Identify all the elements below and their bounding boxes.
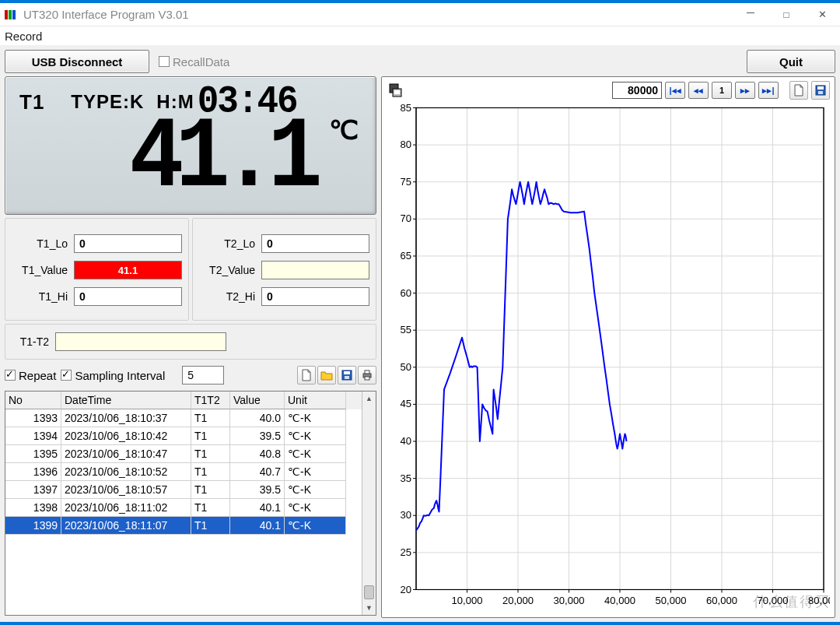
cell-unit: ℃-K bbox=[285, 499, 346, 517]
svg-text:50,000: 50,000 bbox=[656, 595, 687, 606]
chart-device-icon[interactable] bbox=[387, 81, 405, 100]
menu-record[interactable]: Record bbox=[5, 30, 42, 43]
svg-text:30: 30 bbox=[401, 509, 411, 521]
table-row[interactable]: 13972023/10/06_18:10:57T139.5℃-K bbox=[5, 481, 362, 499]
cell-val: 40.8 bbox=[230, 445, 285, 463]
cell-unit: ℃-K bbox=[285, 409, 346, 427]
window-title: UT320 Interface Program V3.01 bbox=[23, 8, 733, 21]
cell-dt: 2023/10/06_18:10:42 bbox=[61, 427, 191, 445]
lcd-unit: ℃ bbox=[329, 114, 359, 146]
data-table[interactable]: No DateTime T1T2 Value Unit 13932023/10/… bbox=[5, 391, 376, 616]
repeat-label: Repeat bbox=[19, 369, 56, 382]
cell-val: 40.0 bbox=[230, 409, 285, 427]
cell-unit: ℃-K bbox=[285, 427, 346, 445]
chart-range-input[interactable] bbox=[612, 82, 662, 99]
th-value[interactable]: Value bbox=[230, 392, 285, 409]
cell-no: 1395 bbox=[5, 445, 61, 463]
cell-val: 40.7 bbox=[230, 463, 285, 481]
lcd-display: T1 TYPE:K H:M 03:46 41.1 ℃ bbox=[5, 76, 376, 215]
window-close-button[interactable] bbox=[804, 3, 840, 26]
chart-next-button[interactable]: ▸▸ bbox=[735, 82, 755, 99]
cell-ch: T1 bbox=[191, 409, 230, 427]
cell-val: 39.5 bbox=[230, 481, 285, 499]
cell-ch: T1 bbox=[191, 445, 230, 463]
table-row[interactable]: 13952023/10/06_18:10:47T140.8℃-K bbox=[5, 445, 362, 463]
table-row[interactable]: 13992023/10/06_18:11:07T140.1℃-K bbox=[5, 517, 362, 535]
cell-ch: T1 bbox=[191, 463, 230, 481]
table-row[interactable]: 13982023/10/06_18:11:02T140.1℃-K bbox=[5, 499, 362, 517]
svg-text:75: 75 bbox=[401, 176, 411, 188]
quit-button[interactable]: Quit bbox=[747, 50, 835, 73]
chart-page-indicator: 1 bbox=[712, 82, 732, 99]
chart-save-icon[interactable] bbox=[811, 81, 830, 100]
label-t1t2: T1-T2 bbox=[12, 335, 49, 348]
input-t2-lo[interactable]: 0 bbox=[261, 234, 369, 253]
chart-area[interactable]: 202530354045505560657075808510,00020,000… bbox=[387, 104, 830, 613]
cell-val: 40.1 bbox=[230, 499, 285, 517]
svg-rect-11 bbox=[394, 90, 400, 94]
table-scrollbar[interactable] bbox=[362, 392, 376, 615]
th-no[interactable]: No bbox=[5, 392, 61, 409]
th-datetime[interactable]: DateTime bbox=[61, 392, 191, 409]
chart-toolbar: |◂◂ ◂◂ 1 ▸▸ ▸▸| bbox=[383, 79, 833, 102]
window-maximize-button[interactable] bbox=[768, 3, 804, 26]
svg-rect-8 bbox=[365, 377, 369, 380]
svg-text:80: 80 bbox=[401, 139, 411, 150]
table-row[interactable]: 13942023/10/06_18:10:42T139.5℃-K bbox=[5, 427, 362, 445]
svg-text:70,000: 70,000 bbox=[758, 595, 789, 606]
input-t1-hi[interactable]: 0 bbox=[74, 287, 182, 306]
save-icon[interactable] bbox=[338, 366, 356, 384]
label-t1-lo: T1_Lo bbox=[12, 237, 68, 250]
table-row[interactable]: 13932023/10/06_18:10:37T140.0℃-K bbox=[5, 409, 362, 427]
checkbox-icon bbox=[61, 370, 72, 381]
checkbox-icon bbox=[159, 56, 170, 67]
cell-val: 39.5 bbox=[230, 427, 285, 445]
label-t2-lo: T2_Lo bbox=[199, 237, 255, 250]
th-unit[interactable]: Unit bbox=[285, 392, 346, 409]
cell-ch: T1 bbox=[191, 517, 230, 535]
input-t1t2 bbox=[55, 332, 226, 351]
svg-text:25: 25 bbox=[401, 546, 411, 558]
recall-data-checkbox[interactable]: RecallData bbox=[159, 55, 229, 68]
usb-disconnect-button[interactable]: USB Disconnect bbox=[5, 50, 149, 73]
scrollbar-thumb[interactable] bbox=[364, 585, 374, 599]
open-file-icon[interactable] bbox=[317, 366, 336, 384]
cell-unit: ℃-K bbox=[285, 463, 346, 481]
cell-unit: ℃-K bbox=[285, 445, 346, 463]
svg-text:80,000: 80,000 bbox=[808, 595, 830, 606]
chart-last-button[interactable]: ▸▸| bbox=[758, 82, 779, 99]
print-icon[interactable] bbox=[358, 366, 376, 384]
svg-rect-0 bbox=[5, 10, 8, 19]
svg-text:30,000: 30,000 bbox=[554, 595, 585, 606]
cell-unit: ℃-K bbox=[285, 517, 346, 535]
svg-text:40: 40 bbox=[401, 435, 411, 447]
label-t2-hi: T2_Hi bbox=[199, 290, 255, 303]
cell-no: 1399 bbox=[5, 517, 61, 535]
repeat-checkbox[interactable]: Repeat bbox=[5, 369, 56, 382]
svg-text:65: 65 bbox=[401, 250, 411, 262]
sampling-interval-checkbox[interactable]: Sampling Interval bbox=[61, 369, 165, 382]
table-row[interactable]: 13962023/10/06_18:10:52T140.7℃-K bbox=[5, 463, 362, 481]
svg-text:20: 20 bbox=[401, 584, 411, 595]
cell-no: 1398 bbox=[5, 499, 61, 517]
chart-first-button[interactable]: |◂◂ bbox=[665, 82, 685, 99]
svg-text:20,000: 20,000 bbox=[502, 595, 534, 606]
window-titlebar: UT320 Interface Program V3.01 bbox=[0, 3, 840, 26]
window-minimize-button[interactable] bbox=[733, 3, 768, 26]
svg-text:35: 35 bbox=[401, 472, 411, 484]
chart-prev-button[interactable]: ◂◂ bbox=[688, 82, 709, 99]
th-channel[interactable]: T1T2 bbox=[191, 392, 230, 409]
app-icon bbox=[5, 9, 17, 21]
cell-dt: 2023/10/06_18:10:47 bbox=[61, 445, 191, 463]
input-t1-lo[interactable]: 0 bbox=[74, 234, 182, 253]
lcd-value: 41.1 bbox=[129, 108, 314, 209]
cell-no: 1397 bbox=[5, 481, 61, 499]
label-t1-value: T1_Value bbox=[12, 264, 68, 276]
input-t2-hi[interactable]: 0 bbox=[261, 287, 369, 306]
chart-panel: |◂◂ ◂◂ 1 ▸▸ ▸▸| 202530354045505560657075… bbox=[381, 76, 835, 618]
menubar: Record bbox=[0, 26, 840, 45]
chart-new-icon[interactable] bbox=[789, 81, 808, 100]
new-file-icon[interactable] bbox=[297, 366, 316, 384]
checkbox-icon bbox=[5, 370, 16, 381]
sampling-interval-input[interactable] bbox=[182, 366, 224, 384]
